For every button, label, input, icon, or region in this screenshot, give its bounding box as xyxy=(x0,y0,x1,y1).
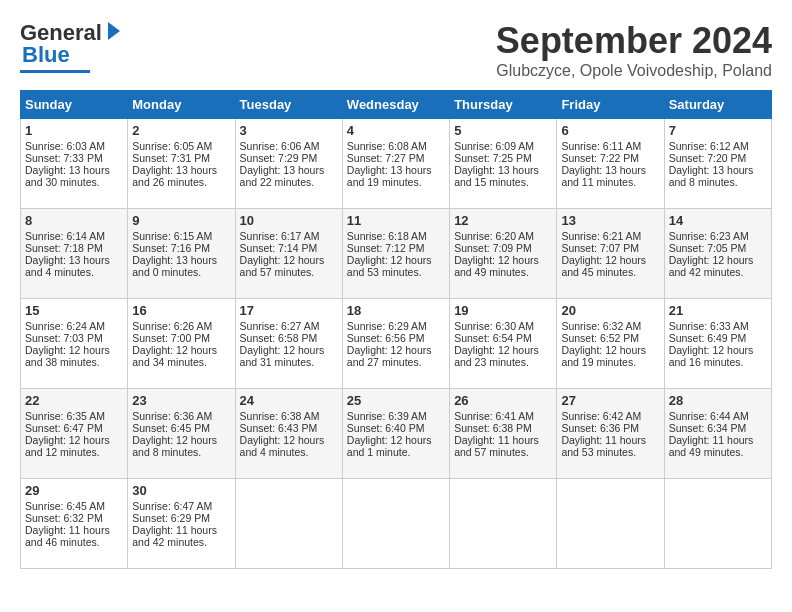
day-info-line: Sunrise: 6:35 AM xyxy=(25,410,123,422)
svg-marker-0 xyxy=(108,22,120,40)
calendar-cell: 5Sunrise: 6:09 AMSunset: 7:25 PMDaylight… xyxy=(450,119,557,209)
day-info-line: Sunset: 7:14 PM xyxy=(240,242,338,254)
day-info-line: Daylight: 12 hours xyxy=(132,344,230,356)
day-info-line: and 38 minutes. xyxy=(25,356,123,368)
day-number: 29 xyxy=(25,483,123,498)
calendar-row: 29Sunrise: 6:45 AMSunset: 6:32 PMDayligh… xyxy=(21,479,772,569)
calendar-cell: 20Sunrise: 6:32 AMSunset: 6:52 PMDayligh… xyxy=(557,299,664,389)
day-info-line: Sunset: 7:00 PM xyxy=(132,332,230,344)
day-number: 28 xyxy=(669,393,767,408)
calendar-row: 8Sunrise: 6:14 AMSunset: 7:18 PMDaylight… xyxy=(21,209,772,299)
day-info-line: Sunrise: 6:21 AM xyxy=(561,230,659,242)
day-info-line: Sunset: 6:49 PM xyxy=(669,332,767,344)
calendar-cell: 15Sunrise: 6:24 AMSunset: 7:03 PMDayligh… xyxy=(21,299,128,389)
calendar-cell: 21Sunrise: 6:33 AMSunset: 6:49 PMDayligh… xyxy=(664,299,771,389)
day-info-line: Sunset: 7:09 PM xyxy=(454,242,552,254)
col-wednesday: Wednesday xyxy=(342,91,449,119)
day-info-line: Sunrise: 6:26 AM xyxy=(132,320,230,332)
day-number: 7 xyxy=(669,123,767,138)
calendar-cell: 25Sunrise: 6:39 AMSunset: 6:40 PMDayligh… xyxy=(342,389,449,479)
day-info-line: and 30 minutes. xyxy=(25,176,123,188)
day-info-line: and 46 minutes. xyxy=(25,536,123,548)
calendar-cell: 10Sunrise: 6:17 AMSunset: 7:14 PMDayligh… xyxy=(235,209,342,299)
day-info-line: Sunrise: 6:29 AM xyxy=(347,320,445,332)
calendar-cell xyxy=(235,479,342,569)
day-info-line: Daylight: 11 hours xyxy=(132,524,230,536)
day-info-line: and 42 minutes. xyxy=(132,536,230,548)
day-info-line: Sunset: 7:05 PM xyxy=(669,242,767,254)
day-number: 19 xyxy=(454,303,552,318)
day-info-line: Sunrise: 6:06 AM xyxy=(240,140,338,152)
calendar-cell: 29Sunrise: 6:45 AMSunset: 6:32 PMDayligh… xyxy=(21,479,128,569)
day-info-line: Sunset: 7:16 PM xyxy=(132,242,230,254)
day-info-line: Sunset: 6:38 PM xyxy=(454,422,552,434)
day-info-line: Daylight: 12 hours xyxy=(454,254,552,266)
day-number: 5 xyxy=(454,123,552,138)
day-info-line: Daylight: 11 hours xyxy=(561,434,659,446)
day-info-line: Sunset: 6:56 PM xyxy=(347,332,445,344)
day-info-line: Sunrise: 6:08 AM xyxy=(347,140,445,152)
day-number: 27 xyxy=(561,393,659,408)
day-info-line: and 23 minutes. xyxy=(454,356,552,368)
day-number: 26 xyxy=(454,393,552,408)
day-info-line: Sunrise: 6:23 AM xyxy=(669,230,767,242)
day-info-line: Sunset: 7:12 PM xyxy=(347,242,445,254)
day-info-line: Daylight: 13 hours xyxy=(25,164,123,176)
day-info-line: Daylight: 13 hours xyxy=(669,164,767,176)
day-number: 15 xyxy=(25,303,123,318)
day-info-line: and 8 minutes. xyxy=(132,446,230,458)
day-info-line: Sunset: 6:36 PM xyxy=(561,422,659,434)
day-info-line: and 34 minutes. xyxy=(132,356,230,368)
day-number: 11 xyxy=(347,213,445,228)
day-info-line: Sunrise: 6:24 AM xyxy=(25,320,123,332)
calendar-cell: 26Sunrise: 6:41 AMSunset: 6:38 PMDayligh… xyxy=(450,389,557,479)
day-info-line: and 53 minutes. xyxy=(561,446,659,458)
day-info-line: and 12 minutes. xyxy=(25,446,123,458)
day-number: 30 xyxy=(132,483,230,498)
day-info-line: Sunset: 7:03 PM xyxy=(25,332,123,344)
day-info-line: and 0 minutes. xyxy=(132,266,230,278)
day-info-line: Daylight: 12 hours xyxy=(454,344,552,356)
day-info-line: and 8 minutes. xyxy=(669,176,767,188)
calendar-cell: 18Sunrise: 6:29 AMSunset: 6:56 PMDayligh… xyxy=(342,299,449,389)
col-thursday: Thursday xyxy=(450,91,557,119)
day-info-line: Daylight: 12 hours xyxy=(25,434,123,446)
logo-blue-text: Blue xyxy=(22,42,70,68)
day-info-line: and 27 minutes. xyxy=(347,356,445,368)
day-info-line: and 19 minutes. xyxy=(561,356,659,368)
day-info-line: Daylight: 13 hours xyxy=(240,164,338,176)
day-info-line: Sunset: 7:27 PM xyxy=(347,152,445,164)
location-subtitle: Glubczyce, Opole Voivodeship, Poland xyxy=(496,62,772,80)
calendar-cell: 3Sunrise: 6:06 AMSunset: 7:29 PMDaylight… xyxy=(235,119,342,209)
day-info-line: Sunrise: 6:44 AM xyxy=(669,410,767,422)
day-info-line: Sunrise: 6:03 AM xyxy=(25,140,123,152)
calendar-body: 1Sunrise: 6:03 AMSunset: 7:33 PMDaylight… xyxy=(21,119,772,569)
day-info-line: and 31 minutes. xyxy=(240,356,338,368)
day-info-line: Sunset: 7:07 PM xyxy=(561,242,659,254)
day-info-line: Daylight: 11 hours xyxy=(669,434,767,446)
day-info-line: Sunrise: 6:38 AM xyxy=(240,410,338,422)
day-info-line: Sunset: 6:43 PM xyxy=(240,422,338,434)
day-info-line: Daylight: 12 hours xyxy=(240,254,338,266)
calendar-cell: 7Sunrise: 6:12 AMSunset: 7:20 PMDaylight… xyxy=(664,119,771,209)
day-info-line: and 15 minutes. xyxy=(454,176,552,188)
day-info-line: Sunset: 6:54 PM xyxy=(454,332,552,344)
day-number: 21 xyxy=(669,303,767,318)
col-saturday: Saturday xyxy=(664,91,771,119)
day-info-line: Sunrise: 6:17 AM xyxy=(240,230,338,242)
calendar-cell: 27Sunrise: 6:42 AMSunset: 6:36 PMDayligh… xyxy=(557,389,664,479)
day-number: 17 xyxy=(240,303,338,318)
day-info-line: and 4 minutes. xyxy=(25,266,123,278)
day-info-line: Daylight: 12 hours xyxy=(669,254,767,266)
day-number: 16 xyxy=(132,303,230,318)
day-info-line: Sunset: 6:34 PM xyxy=(669,422,767,434)
day-info-line: Daylight: 12 hours xyxy=(240,344,338,356)
calendar-cell: 4Sunrise: 6:08 AMSunset: 7:27 PMDaylight… xyxy=(342,119,449,209)
day-number: 4 xyxy=(347,123,445,138)
calendar-cell: 9Sunrise: 6:15 AMSunset: 7:16 PMDaylight… xyxy=(128,209,235,299)
calendar-cell: 2Sunrise: 6:05 AMSunset: 7:31 PMDaylight… xyxy=(128,119,235,209)
day-info-line: Sunrise: 6:33 AM xyxy=(669,320,767,332)
calendar-cell: 1Sunrise: 6:03 AMSunset: 7:33 PMDaylight… xyxy=(21,119,128,209)
day-info-line: Sunrise: 6:36 AM xyxy=(132,410,230,422)
day-info-line: and 53 minutes. xyxy=(347,266,445,278)
